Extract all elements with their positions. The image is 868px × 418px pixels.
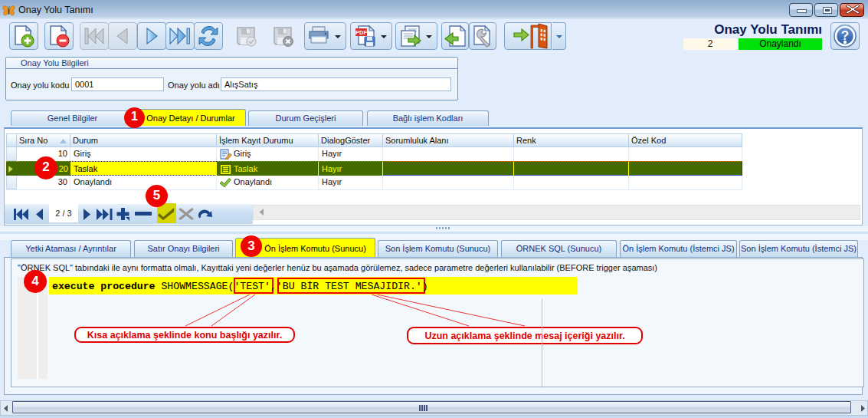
svg-text:PDF: PDF xyxy=(355,29,367,36)
